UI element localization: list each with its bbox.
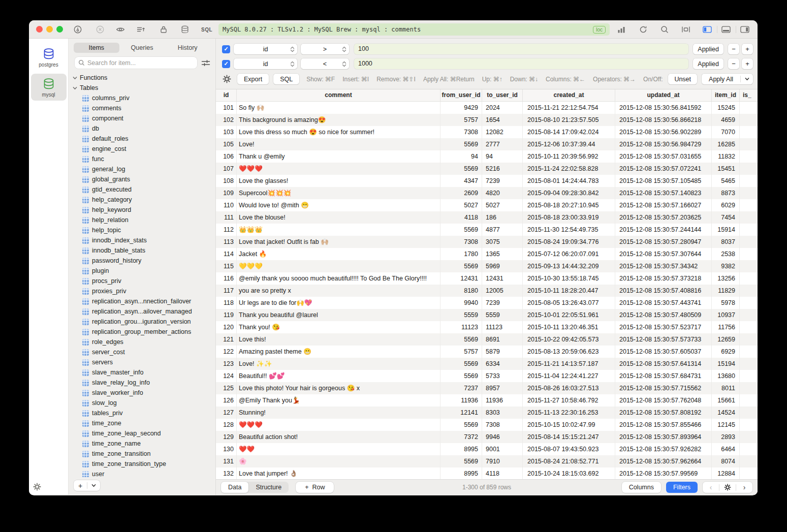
filter-value-input[interactable]: 100 <box>354 44 688 54</box>
cell-is[interactable] <box>740 248 758 260</box>
table-row[interactable]: 102This background is amazing😍5757165420… <box>216 114 758 126</box>
cell-updated[interactable]: 2015-12-08 15:30:56.841592 <box>615 102 712 114</box>
cell-item[interactable]: 10937 <box>712 309 740 321</box>
cell-item[interactable]: 8037 <box>712 236 740 248</box>
cell-id[interactable]: 109 <box>216 187 237 199</box>
cell-updated[interactable]: 2015-12-08 15:30:57.99569 <box>615 467 712 479</box>
cell-to[interactable]: 12431 <box>482 272 523 285</box>
tab-items[interactable]: Items <box>74 43 119 53</box>
cell-item[interactable]: 15194 <box>712 358 740 370</box>
database-icon[interactable] <box>180 25 190 34</box>
cell-from[interactable]: 5569 <box>440 163 482 175</box>
cell-from[interactable]: 7237 <box>440 382 482 394</box>
cell-item[interactable]: 2538 <box>712 248 740 260</box>
column-header-id[interactable]: id <box>216 89 237 101</box>
cell-is[interactable] <box>740 272 758 285</box>
column-header-from-user-id[interactable]: from_user_id <box>440 89 482 101</box>
cell-id[interactable]: 128 <box>216 419 237 431</box>
table-row[interactable]: 116@emily thank you soooo much beautiful… <box>216 272 758 285</box>
cell-updated[interactable]: 2015-12-08 15:30:57.480509 <box>615 309 712 321</box>
filter-applied-button[interactable]: Applied <box>693 58 723 69</box>
sidebar-item-table[interactable]: time_zone <box>69 418 215 428</box>
cell-from[interactable]: 5569 <box>440 224 482 236</box>
cell-updated[interactable]: 2015-12-08 15:30:57.926282 <box>615 443 712 455</box>
cell-id[interactable]: 118 <box>216 297 237 309</box>
cell-from[interactable]: 5569 <box>440 333 482 346</box>
cell-from[interactable]: 5569 <box>440 455 482 467</box>
cell-to[interactable]: 3075 <box>482 236 523 248</box>
cell-to[interactable]: 5559 <box>482 309 523 321</box>
cell-comment[interactable]: Thank you beautiful @laurel <box>237 309 440 321</box>
sidebar-item-table[interactable]: replication_group_member_actions <box>69 327 215 337</box>
cell-from[interactable]: 2609 <box>440 187 482 199</box>
cell-from[interactable]: 12431 <box>440 272 482 285</box>
cell-comment[interactable]: Love that jacket! Outfit is fab 🙌🏼 <box>237 236 440 248</box>
cell-comment[interactable]: Beautiful action shot! <box>237 431 440 443</box>
sidebar-item-table[interactable]: component <box>69 113 215 123</box>
cell-created[interactable]: 2015-08-18 20:27:10.945 <box>523 199 615 211</box>
cell-created[interactable]: 2015-09-04 09:28:30.842 <box>523 187 615 199</box>
cell-id[interactable]: 107 <box>216 163 237 175</box>
minimize-window-button[interactable] <box>46 26 53 33</box>
cell-updated[interactable]: 2015-12-08 15:30:57.605037 <box>615 346 712 358</box>
cell-to[interactable]: 2777 <box>482 138 523 150</box>
next-page-button[interactable]: › <box>736 482 752 493</box>
sidebar-item-table[interactable]: columns_priv <box>69 93 215 103</box>
cell-id[interactable]: 113 <box>216 236 237 248</box>
sidebar-item-table[interactable]: help_category <box>69 195 215 205</box>
cell-item[interactable]: 15245 <box>712 102 740 114</box>
table-row[interactable]: 107❤️❤️❤️556952162015-11-24 22:02:58.828… <box>216 163 758 175</box>
cell-comment[interactable]: Thank you! 😘 <box>237 321 440 333</box>
table-row[interactable]: 129Beautiful action shot!737299462015-08… <box>216 431 758 443</box>
sidebar-item-table[interactable]: tables_priv <box>69 408 215 418</box>
cell-to[interactable]: 7239 <box>482 297 523 309</box>
sidebar-item-table[interactable]: time_zone_name <box>69 439 215 449</box>
cell-from[interactable]: 94 <box>440 150 482 163</box>
cell-is[interactable] <box>740 163 758 175</box>
table-row[interactable]: 131🌸556979102015-08-24 21:08:52.7712015-… <box>216 455 758 467</box>
sidebar-item-table[interactable]: replication_grou...iguration_version <box>69 317 215 327</box>
cell-comment[interactable]: Love the glasses! <box>237 175 440 187</box>
cell-id[interactable]: 102 <box>216 114 237 126</box>
cell-from[interactable]: 5027 <box>440 199 482 211</box>
sidebar-item-table[interactable]: replication_asyn...ailover_managed <box>69 306 215 317</box>
cell-from[interactable]: 4347 <box>440 175 482 187</box>
cell-created[interactable]: 2015-11-04 12:24:41.227 <box>523 370 615 382</box>
cell-updated[interactable]: 2015-12-08 15:30:57.031655 <box>615 150 712 163</box>
table-row[interactable]: 119Thank you beautiful @laurel5559555920… <box>216 309 758 321</box>
cell-comment[interactable]: Jacket 🔥 <box>237 248 440 260</box>
cell-comment[interactable]: Love that jumper! 👌🏽 <box>237 467 440 479</box>
cell-to[interactable]: 4877 <box>482 224 523 236</box>
cell-id[interactable]: 105 <box>216 138 237 150</box>
cell-item[interactable]: 15451 <box>712 163 740 175</box>
sidebar-item-table[interactable]: innodb_index_stats <box>69 235 215 245</box>
cell-is[interactable] <box>740 443 758 455</box>
cell-from[interactable]: 5569 <box>440 260 482 272</box>
search-icon[interactable] <box>660 25 669 34</box>
cell-id[interactable]: 110 <box>216 199 237 211</box>
cell-id[interactable]: 124 <box>216 370 237 382</box>
cell-is[interactable] <box>740 224 758 236</box>
cell-comment[interactable]: @Emily Thank you💃 <box>237 394 440 406</box>
table-row[interactable]: 127Stunning!1214183032015-11-13 22:30:16… <box>216 406 758 419</box>
sidebar-item-table[interactable]: user <box>69 469 215 477</box>
sql-editor-icon[interactable]: SQL <box>201 27 212 33</box>
cell-comment[interactable]: 💛💛💛 <box>237 260 440 272</box>
remove-filter-button[interactable]: − <box>728 44 739 54</box>
cell-from[interactable]: 11936 <box>440 394 482 406</box>
sidebar-item-table[interactable]: engine_cost <box>69 144 215 154</box>
filter-options-icon[interactable] <box>201 59 210 67</box>
sidebar-item-table[interactable]: help_relation <box>69 215 215 225</box>
sidebar-item-table[interactable]: servers <box>69 357 215 367</box>
cell-is[interactable] <box>740 455 758 467</box>
connection-icon[interactable] <box>73 25 82 34</box>
cell-id[interactable]: 114 <box>216 248 237 260</box>
cell-from[interactable]: 5569 <box>440 419 482 431</box>
functions-section[interactable]: Functions <box>69 73 215 83</box>
cell-comment[interactable]: @emily thank you soooo much beautiful!!!… <box>237 272 440 285</box>
filters-button[interactable]: Filters <box>666 482 698 493</box>
cell-to[interactable]: 7910 <box>482 455 523 467</box>
table-row[interactable]: 130❤️❤️899590012015-08-07 19:43:50.92320… <box>216 443 758 455</box>
cell-is[interactable] <box>740 102 758 114</box>
cell-comment[interactable]: Love! <box>237 138 440 150</box>
